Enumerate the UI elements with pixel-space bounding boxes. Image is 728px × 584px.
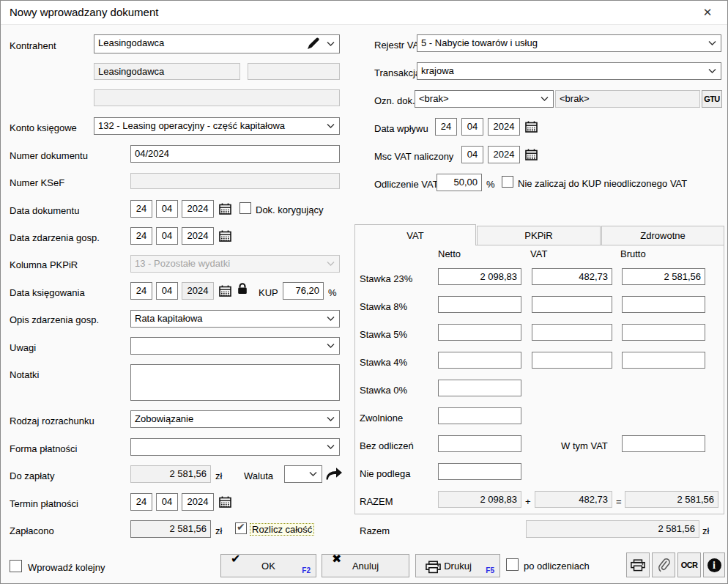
rodzaj-rozrachunku-combobox[interactable]: Zobowiązanie [130,410,340,428]
wprowadz-kolejny-checkbox[interactable] [10,560,22,572]
ocr-button[interactable]: OCR [677,552,701,577]
tab-pkpir-label: PKPiR [524,230,552,241]
stawka4-vat-input[interactable] [532,352,612,369]
calendar-icon[interactable] [219,285,231,297]
data-wplywu-day[interactable]: 24 [435,118,457,136]
row-label-razem: RAZEM [360,496,393,507]
nie-zaliczaj-kup-checkbox[interactable] [502,176,513,188]
calendar-icon[interactable] [219,496,231,508]
print-button[interactable]: Drukuj F5 [415,554,500,577]
transakcja-label: Transakcja [374,67,420,78]
attachment-button[interactable] [652,552,675,577]
termin-month[interactable]: 04 [156,493,178,511]
data-ksiegowania-month[interactable]: 04 [156,282,178,300]
kolumna-pkpir-value: 13 - Pozostałe wydatki [135,258,230,269]
w-tym-vat-input[interactable] [622,435,705,452]
wprowadz-kolejny-label: Wprowadź kolejny [28,562,105,573]
notatki-textarea[interactable] [130,364,340,401]
stawka4-brutto-input[interactable] [622,352,705,369]
print-quick-button[interactable] [626,552,650,577]
ok-button[interactable]: ✔ OK F2 [220,554,316,577]
calendar-icon[interactable] [525,149,538,160]
ozn-dok-combobox[interactable]: <brak> [415,90,554,108]
stawka23-brutto-input[interactable]: 2 581,56 [622,268,705,285]
dok-korygujacy-checkbox[interactable] [239,202,251,214]
forma-platnosci-combobox[interactable] [130,438,340,456]
data-dokumentu-day[interactable]: 24 [130,200,152,218]
odliczenie-vat-label: Odliczenie VAT [374,179,439,190]
kontrahent-name-field: Leasingodawca [94,63,240,80]
data-ksiegowania-day[interactable]: 24 [130,282,152,300]
stawka23-vat-input[interactable]: 482,73 [532,268,612,285]
printer-icon [631,559,645,572]
data-zdarzenia-month[interactable]: 04 [156,227,178,245]
transakcja-combobox[interactable]: krajowa [417,62,721,80]
stawka0-netto-input[interactable] [438,380,521,396]
data-zdarzenia-year[interactable]: 2024 [182,227,214,245]
data-dokumentu-month[interactable]: 04 [156,200,178,218]
calendar-icon[interactable] [219,203,231,215]
termin-day[interactable]: 24 [130,493,152,511]
currency-redo-arrow-icon[interactable] [325,467,343,481]
kup-input[interactable]: 76,20 [283,282,324,300]
rozlicz-calosc-label[interactable]: Rozlicz całość [250,523,314,536]
stawka5-vat-input[interactable] [532,324,612,341]
waluta-combobox[interactable] [284,465,322,483]
kontrahent-extra1-field [248,63,340,80]
edit-pencil-icon[interactable] [307,37,320,50]
zaplacono-label: Zapłacono [10,525,54,536]
info-icon: i [707,558,721,572]
stawka8-brutto-input[interactable] [622,296,705,313]
msc-vat-year[interactable]: 2024 [488,146,520,163]
opis-zdarzenia-combobox[interactable]: Rata kapitałowa [130,310,340,328]
kontrahent-extra2-field [94,89,340,106]
lock-icon[interactable] [237,283,248,295]
msc-vat-month[interactable]: 04 [461,146,483,163]
data-wplywu-year[interactable]: 2024 [488,118,520,136]
data-ksiegowania-label: Data księgowania [10,287,85,298]
zwolnione-netto-input[interactable] [438,407,521,424]
data-wplywu-month[interactable]: 04 [461,118,483,136]
konto-ksiegowe-combobox[interactable]: 132 - Leasing operacyjny - część kapitał… [94,117,340,135]
razem-summary-currency: zł [702,525,709,536]
stawka5-brutto-input[interactable] [622,324,705,341]
data-dokumentu-year[interactable]: 2024 [182,200,214,218]
rejestr-vat-value: 5 - Nabycie towarów i usług [421,37,538,48]
row-label-stawka-5: Stawka 5% [360,329,407,340]
tab-zdrowotne[interactable]: Zdrowotne [601,226,724,245]
uwagi-combobox[interactable] [130,337,340,355]
zaplacono-currency: zł [215,525,222,536]
stawka4-netto-input[interactable] [438,352,521,369]
odliczenie-vat-input[interactable]: 50,00 [437,174,482,191]
razem-plus-sign: + [525,496,531,507]
stawka23-netto-input[interactable]: 2 098,83 [438,268,521,285]
tab-vat[interactable]: VAT [354,224,476,245]
ok-fkey: F2 [302,566,311,574]
tab-pkpir[interactable]: PKPiR [477,226,601,245]
po-odliczeniach-checkbox[interactable] [506,558,519,571]
checkmark-icon: ✔ [237,521,245,533]
razem-summary-field: 2 581,56 [526,520,699,538]
info-button[interactable]: i [703,552,725,577]
zaplacono-field: 2 581,56 [130,520,211,538]
po-odliczeniach-label: po odliczeniach [524,561,590,572]
rejestr-vat-combobox[interactable]: 5 - Nabycie towarów i usług [417,34,721,52]
stawka8-vat-input[interactable] [532,296,612,313]
dok-korygujacy-label: Dok. korygujący [256,204,323,215]
calendar-icon[interactable] [219,230,231,242]
nie-podlega-netto-input[interactable] [438,463,521,480]
gtu-button[interactable]: GTU [702,90,722,108]
numer-dokumentu-input[interactable]: 04/2024 [130,145,340,163]
stawka8-netto-input[interactable] [438,296,521,313]
row-label-nie-podlega: Nie podlega [360,468,410,479]
rozlicz-calosc-checkbox[interactable]: ✔ [235,522,247,534]
stawka5-netto-input[interactable] [438,324,521,341]
kontrahent-combobox[interactable]: Leasingodawca [94,34,340,53]
calendar-icon[interactable] [525,121,538,133]
data-zdarzenia-day[interactable]: 24 [130,227,152,245]
termin-year[interactable]: 2024 [182,493,214,511]
close-icon[interactable]: ✕ [697,4,718,21]
bez-odliczen-netto-input[interactable] [438,435,521,452]
cancel-button[interactable]: ✖ Anuluj [322,554,409,577]
kontrahent-value: Leasingodawca [98,37,164,48]
